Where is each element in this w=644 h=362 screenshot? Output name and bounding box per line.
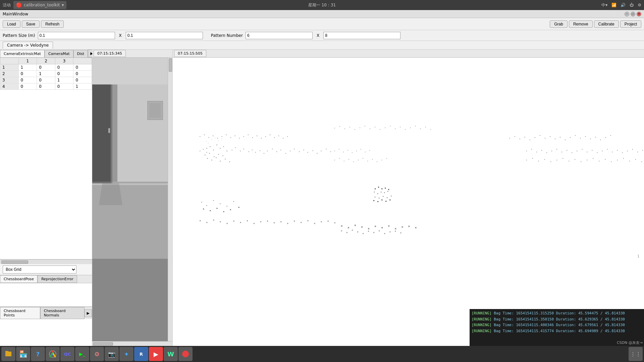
svg-rect-152	[287, 223, 288, 224]
pattern-size-x-input[interactable]	[126, 32, 203, 39]
svg-rect-175	[363, 158, 363, 159]
svg-rect-96	[330, 151, 331, 152]
svg-rect-26	[206, 141, 207, 141]
maximize-button[interactable]: □	[631, 12, 635, 16]
pattern-number-x-input[interactable]	[323, 32, 400, 39]
svg-rect-237	[587, 152, 587, 152]
svg-rect-31	[222, 138, 222, 139]
tab-chessboard-points[interactable]: Chessboard Points	[0, 307, 40, 319]
qc-icon[interactable]: QC	[60, 347, 74, 361]
tab-camera-mat[interactable]: CameraMat	[45, 50, 73, 57]
tab-chessboard-pose[interactable]: ChessboardPose	[0, 275, 38, 283]
svg-rect-85	[280, 149, 281, 150]
middle-panel: 07:15:15:345	[92, 50, 173, 346]
row-header-2: 2	[0, 71, 19, 77]
files-icon[interactable]	[1, 347, 15, 361]
svg-rect-60	[375, 197, 375, 197]
cell-4-1: 0	[18, 83, 37, 90]
svg-rect-134	[590, 138, 591, 139]
input-method[interactable]: 中▾	[601, 2, 607, 8]
cell-2-4: 0	[73, 71, 92, 77]
refresh-button[interactable]: Refresh	[41, 20, 64, 28]
svg-rect-53	[385, 188, 386, 189]
vscode-icon[interactable]: ✦	[119, 347, 133, 361]
svg-rect-191	[385, 127, 385, 128]
svg-rect-264	[617, 160, 618, 161]
store-icon[interactable]: 🏪	[16, 347, 30, 361]
svg-rect-224	[400, 232, 401, 233]
camera-icon[interactable]: 📷	[105, 347, 119, 361]
settings-icon[interactable]: ⚙	[90, 347, 104, 361]
matrix-hscroll[interactable]	[0, 259, 92, 264]
cell-1-3: 0	[55, 64, 73, 71]
svg-rect-186	[360, 127, 360, 128]
calibrate-button[interactable]: Calibrate	[594, 20, 619, 28]
save-button[interactable]: Save	[22, 20, 40, 28]
svg-rect-166	[361, 149, 361, 149]
chrome-icon[interactable]	[46, 347, 60, 361]
svg-rect-136	[600, 139, 601, 140]
help-icon[interactable]: ?	[31, 347, 45, 361]
tab-dist[interactable]: Dist	[73, 50, 88, 57]
svg-rect-143	[227, 223, 228, 224]
app7-icon[interactable]	[178, 347, 193, 361]
cam-timestamp-tab[interactable]: 07:15:15:345	[94, 50, 126, 57]
tab-reprojection-error[interactable]: ReprojectionError	[38, 275, 77, 283]
matrix-table-container[interactable]: 1 2 3 1 1 0 0 0	[0, 58, 92, 259]
grab-button[interactable]: Grab	[550, 20, 568, 28]
point-cloud-area[interactable]: 1	[173, 58, 644, 346]
svg-rect-167	[365, 152, 366, 152]
camera-velodyne-tab[interactable]: Camera -> Velodyne	[3, 42, 53, 49]
svg-rect-27	[208, 143, 208, 143]
pattern-size-input[interactable]	[38, 32, 115, 39]
load-button[interactable]: Load	[3, 20, 20, 28]
right-timestamp-tab[interactable]: 07:15:15:505	[174, 50, 206, 57]
chess-tab-more[interactable]: ▶	[85, 309, 92, 317]
svg-rect-101	[217, 138, 218, 138]
cell-3-2: 0	[37, 77, 55, 83]
log-line-1: [RUNNING] Bag Time: 1654154115.315250 Du…	[472, 310, 642, 316]
svg-rect-125	[545, 138, 545, 138]
svg-rect-263	[611, 162, 612, 162]
minimize-button[interactable]: ─	[625, 12, 629, 16]
svg-rect-93	[317, 153, 318, 154]
svg-rect-145	[240, 222, 241, 223]
svg-rect-155	[307, 220, 308, 221]
cam-image-area[interactable]	[92, 58, 172, 341]
rviz-icon[interactable]: R	[134, 347, 148, 361]
svg-rect-45	[210, 210, 211, 211]
svg-rect-194	[400, 127, 400, 127]
active-app[interactable]: 🔴 calibration_toolkit ▾	[13, 1, 66, 9]
cam-hscroll[interactable]	[92, 341, 172, 346]
tab-chessboard-normals[interactable]: Chessboard Normals	[40, 307, 85, 319]
svg-rect-138	[610, 135, 611, 136]
svg-rect-163	[347, 150, 348, 150]
pattern-number-input[interactable]	[246, 32, 313, 39]
wps-icon[interactable]: W	[164, 347, 178, 361]
grid-type-select[interactable]: Box Grid Circle Grid Asymmetric Circle G…	[3, 265, 76, 274]
svg-rect-195	[405, 129, 406, 130]
svg-rect-95	[326, 148, 327, 149]
terminal-icon[interactable]: ▶_	[75, 347, 89, 361]
svg-rect-184	[350, 127, 350, 127]
svg-rect-229	[546, 152, 547, 153]
app5-icon[interactable]: ▶	[149, 347, 163, 361]
remove-button[interactable]: Remove	[569, 20, 593, 28]
svg-rect-18	[220, 148, 221, 148]
cam-vscroll[interactable]	[168, 58, 172, 341]
svg-rect-174	[358, 160, 359, 161]
svg-rect-146	[247, 220, 248, 221]
project-button[interactable]: Project	[620, 20, 641, 28]
svg-rect-247	[637, 152, 638, 152]
svg-rect-140	[206, 222, 207, 223]
svg-rect-267	[635, 159, 636, 160]
svg-rect-123	[535, 137, 535, 138]
close-button[interactable]: ✕	[637, 12, 641, 16]
svg-rect-206	[375, 226, 376, 227]
svg-rect-62	[383, 196, 383, 197]
bottom-tabs: ChessboardPose ReprojectionError	[0, 275, 92, 283]
grid-icon[interactable]: ⋮⋮	[629, 347, 643, 361]
titlebar-center: 星期一 10：31	[308, 2, 336, 8]
tab-camera-extrinsic[interactable]: CameraExtrinsicMat	[0, 50, 45, 57]
svg-rect-10	[92, 182, 172, 183]
